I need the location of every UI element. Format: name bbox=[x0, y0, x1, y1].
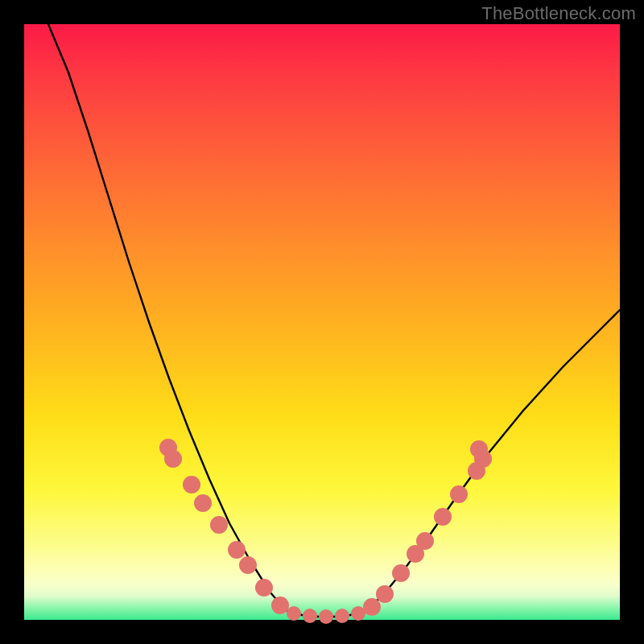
bead-18 bbox=[416, 532, 434, 550]
bead-20 bbox=[450, 485, 468, 503]
outer-frame: TheBottleneck.com bbox=[0, 0, 644, 644]
bead-10 bbox=[303, 609, 317, 623]
bead-1 bbox=[164, 450, 182, 468]
watermark-text: TheBottleneck.com bbox=[481, 3, 636, 24]
bead-15 bbox=[376, 585, 394, 603]
chart-svg bbox=[24, 24, 620, 620]
bead-8 bbox=[271, 597, 289, 614]
bead-14 bbox=[363, 598, 381, 616]
bead-11 bbox=[319, 609, 333, 624]
bottleneck-curve bbox=[48, 24, 620, 617]
bead-markers bbox=[159, 439, 492, 624]
curve-group bbox=[48, 24, 620, 617]
bead-9 bbox=[287, 606, 301, 621]
bead-2 bbox=[183, 476, 200, 493]
bead-16 bbox=[392, 564, 410, 582]
bead-5 bbox=[228, 541, 246, 559]
bead-23 bbox=[474, 450, 492, 468]
bead-12 bbox=[335, 609, 349, 623]
bead-3 bbox=[194, 494, 212, 512]
bead-6 bbox=[239, 556, 257, 574]
bead-7 bbox=[255, 579, 273, 597]
bead-4 bbox=[210, 516, 228, 534]
bead-19 bbox=[434, 508, 452, 526]
plot-area bbox=[24, 24, 620, 620]
